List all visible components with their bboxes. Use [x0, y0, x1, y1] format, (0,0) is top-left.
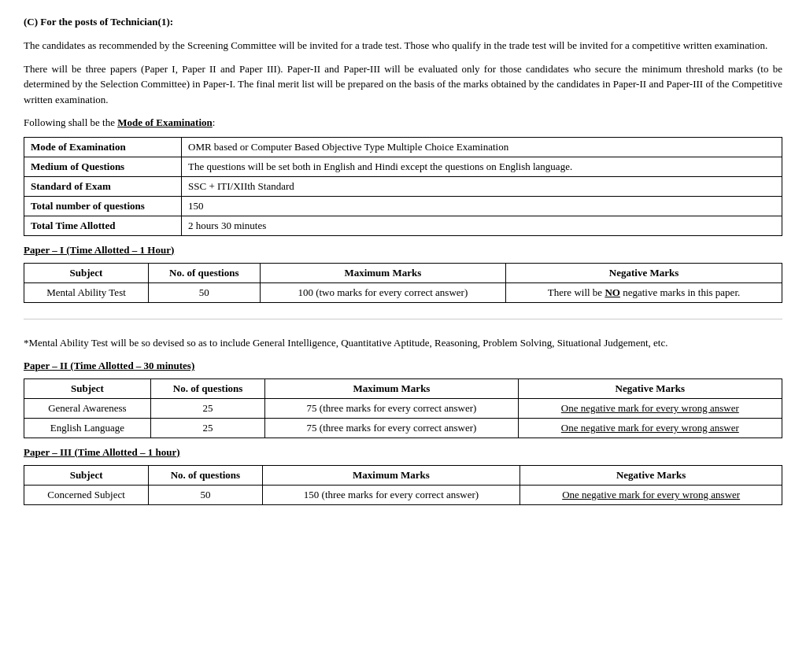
no-questions-cell: 25 [150, 399, 265, 419]
negative-marks-cell: One negative mark for every wrong answer [520, 486, 782, 505]
no-questions-cell: 25 [150, 419, 265, 438]
paper3-heading: Paper – III (Time Allotted – 1 hour) [24, 446, 782, 459]
para-1: The candidates as recommended by the Scr… [24, 38, 782, 54]
mode-heading-line: Following shall be the Mode of Examinati… [24, 115, 782, 131]
col-header: Subject [24, 263, 149, 282]
paper1-table: SubjectNo. of questionsMaximum MarksNega… [24, 263, 782, 303]
negative-marks-cell: One negative mark for every wrong answer [518, 399, 782, 419]
mode-of-examination-label: Mode of Examination [117, 116, 213, 128]
exam-info-value: 150 [182, 196, 782, 216]
col-header: Maximum Marks [260, 263, 506, 282]
paper3-table: SubjectNo. of questionsMaximum MarksNega… [24, 465, 782, 505]
exam-info-label: Medium of Questions [24, 157, 182, 176]
col-header: Maximum Marks [262, 466, 520, 486]
subject-cell: English Language [24, 419, 151, 438]
divider [24, 319, 782, 319]
col-header: No. of questions [148, 263, 260, 282]
table-row: English Language2575 (three marks for ev… [24, 419, 782, 438]
para3-prefix: Following shall be the [24, 116, 117, 128]
max-marks-cell: 100 (two marks for every correct answer) [260, 282, 506, 302]
col-header: Subject [24, 379, 151, 399]
exam-info-table: Mode of ExaminationOMR based or Computer… [24, 137, 782, 236]
max-marks-cell: 150 (three marks for every correct answe… [262, 486, 520, 505]
negative-marks-cell: There will be NO negative marks in this … [506, 282, 782, 302]
subject-cell: Mental Ability Test [24, 282, 149, 302]
paper2-table: SubjectNo. of questionsMaximum MarksNega… [24, 378, 782, 438]
col-header: No. of questions [150, 379, 265, 399]
exam-info-row: Total Time Allotted2 hours 30 minutes [24, 216, 782, 235]
exam-info-label: Total Time Allotted [24, 216, 182, 235]
exam-info-value: The questions will be set both in Englis… [182, 157, 782, 176]
exam-info-label: Standard of Exam [24, 176, 182, 196]
col-header: No. of questions [149, 466, 262, 486]
section-heading: (C) For the posts of Technician(1): [24, 16, 782, 28]
footnote: *Mental Ability Test will be so devised … [24, 335, 782, 351]
exam-info-row: Total number of questions150 [24, 196, 782, 216]
no-questions-cell: 50 [149, 486, 262, 505]
subject-cell: Concerned Subject [24, 486, 149, 505]
exam-info-row: Standard of ExamSSC + ITI/XIIth Standard [24, 176, 782, 196]
table-row: General Awareness2575 (three marks for e… [24, 399, 782, 419]
paper1-heading: Paper – I (Time Allotted – 1 Hour) [24, 244, 782, 257]
exam-info-row: Medium of QuestionsThe questions will be… [24, 157, 782, 176]
exam-info-label: Total number of questions [24, 196, 182, 216]
col-header: Negative Marks [506, 263, 782, 282]
col-header: Negative Marks [520, 466, 782, 486]
subject-cell: General Awareness [24, 399, 151, 419]
exam-info-value: OMR based or Computer Based Objective Ty… [182, 137, 782, 157]
paper2-heading: Paper – II (Time Allotted – 30 minutes) [24, 360, 782, 372]
para3-suffix: : [213, 116, 216, 128]
col-header: Maximum Marks [265, 379, 518, 399]
exam-info-value: 2 hours 30 minutes [182, 216, 782, 235]
no-questions-cell: 50 [148, 282, 260, 302]
col-header: Negative Marks [518, 379, 782, 399]
max-marks-cell: 75 (three marks for every correct answer… [265, 399, 518, 419]
table-row: Mental Ability Test50100 (two marks for … [24, 282, 782, 302]
negative-marks-cell: One negative mark for every wrong answer [518, 419, 782, 438]
exam-info-row: Mode of ExaminationOMR based or Computer… [24, 137, 782, 157]
table-row: Concerned Subject50150 (three marks for … [24, 486, 782, 505]
col-header: Subject [24, 466, 149, 486]
para-2: There will be three papers (Paper I, Pap… [24, 61, 782, 108]
exam-info-label: Mode of Examination [24, 137, 182, 157]
exam-info-value: SSC + ITI/XIIth Standard [182, 176, 782, 196]
max-marks-cell: 75 (three marks for every correct answer… [265, 419, 518, 438]
